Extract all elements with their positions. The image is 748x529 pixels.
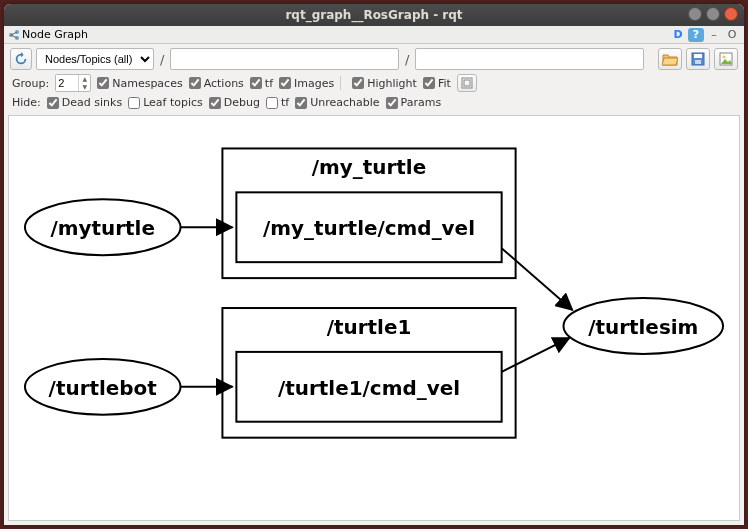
spin-down-icon[interactable]: ▼ — [79, 83, 90, 91]
svg-rect-7 — [695, 60, 701, 64]
params-checkbox[interactable]: Params — [386, 96, 442, 109]
group-label: Group: — [12, 77, 49, 90]
svg-rect-6 — [694, 54, 702, 58]
panel-close-button[interactable]: O — [724, 28, 740, 42]
filter-mode-select[interactable]: Nodes/Topics (all) — [36, 48, 154, 70]
panel-title: Node Graph — [22, 28, 88, 41]
refresh-icon — [14, 52, 28, 66]
node-myturtle: /myturtle — [25, 199, 181, 255]
hide-label: Hide: — [12, 96, 41, 109]
slash-label-1: / — [158, 52, 166, 67]
fit-view-button[interactable] — [457, 74, 477, 92]
svg-rect-11 — [464, 80, 470, 86]
options-row-2: Hide: Dead sinks Leaf topics Debug tf Un… — [4, 94, 744, 111]
svg-text:/turtlesim: /turtlesim — [588, 315, 698, 339]
namespaces-checkbox[interactable]: Namespaces — [97, 77, 182, 90]
tf-checkbox-group[interactable]: tf — [250, 77, 273, 90]
refresh-button[interactable] — [10, 48, 32, 70]
svg-text:/turtle1/cmd_vel: /turtle1/cmd_vel — [278, 376, 460, 400]
image-icon — [719, 52, 733, 66]
node-filter-input[interactable] — [170, 48, 399, 70]
svg-text:/my_turtle/cmd_vel: /my_turtle/cmd_vel — [263, 216, 475, 240]
node-graph-icon — [8, 29, 20, 41]
group-spin-input[interactable] — [56, 75, 78, 91]
svg-text:/turtlebot: /turtlebot — [49, 376, 158, 400]
spin-up-icon[interactable]: ▲ — [79, 75, 90, 83]
app-window: rqt_graph__RosGraph - rqt Node Graph D ?… — [4, 4, 744, 525]
namespace-turtle1: /turtle1 /turtle1/cmd_vel — [222, 308, 515, 438]
save-button[interactable] — [686, 48, 710, 70]
highlight-checkbox[interactable]: Highlight — [352, 77, 417, 90]
leaf-topics-checkbox[interactable]: Leaf topics — [128, 96, 203, 109]
dead-sinks-checkbox[interactable]: Dead sinks — [47, 96, 122, 109]
help-button[interactable]: ? — [688, 28, 704, 42]
unreachable-checkbox[interactable]: Unreachable — [295, 96, 379, 109]
images-checkbox[interactable]: Images — [279, 77, 334, 90]
titlebar[interactable]: rqt_graph__RosGraph - rqt — [4, 4, 744, 26]
debug-checkbox[interactable]: Debug — [209, 96, 260, 109]
svg-text:/my_turtle: /my_turtle — [312, 155, 426, 179]
options-row-1: Group: ▲▼ Namespaces Actions tf Images H… — [4, 72, 744, 94]
toolbar: Nodes/Topics (all) / / — [4, 44, 744, 72]
fit-checkbox[interactable]: Fit — [423, 77, 451, 90]
node-turtlebot: /turtlebot — [25, 359, 181, 415]
folder-open-icon — [662, 52, 678, 66]
export-image-button[interactable] — [714, 48, 738, 70]
svg-text:/turtle1: /turtle1 — [327, 315, 412, 339]
window-maximize-button[interactable] — [706, 7, 720, 21]
group-spin[interactable]: ▲▼ — [55, 74, 91, 92]
window-close-button[interactable] — [724, 7, 738, 21]
d-button[interactable]: D — [670, 28, 686, 42]
save-icon — [691, 52, 705, 66]
window-minimize-button[interactable] — [688, 7, 702, 21]
node-turtlesim: /turtlesim — [563, 298, 723, 354]
open-button[interactable] — [658, 48, 682, 70]
tf-hide-checkbox[interactable]: tf — [266, 96, 289, 109]
slash-label-2: / — [403, 52, 411, 67]
actions-checkbox[interactable]: Actions — [189, 77, 244, 90]
svg-text:/myturtle: /myturtle — [50, 216, 155, 240]
panel-header: Node Graph D ? – O — [4, 26, 744, 44]
topic-filter-input[interactable] — [415, 48, 644, 70]
graph-canvas[interactable]: /my_turtle /my_turtle/cmd_vel /turtle1 /… — [8, 115, 740, 521]
svg-point-9 — [723, 56, 726, 59]
undock-button[interactable]: – — [706, 28, 722, 42]
namespace-my-turtle: /my_turtle /my_turtle/cmd_vel — [222, 148, 515, 278]
edge-turtle1-cmdvel-to-turtlesim — [502, 338, 570, 372]
window-title: rqt_graph__RosGraph - rqt — [285, 8, 462, 22]
edge-myturtle-cmdvel-to-turtlesim — [502, 248, 573, 310]
fit-icon — [461, 77, 473, 89]
